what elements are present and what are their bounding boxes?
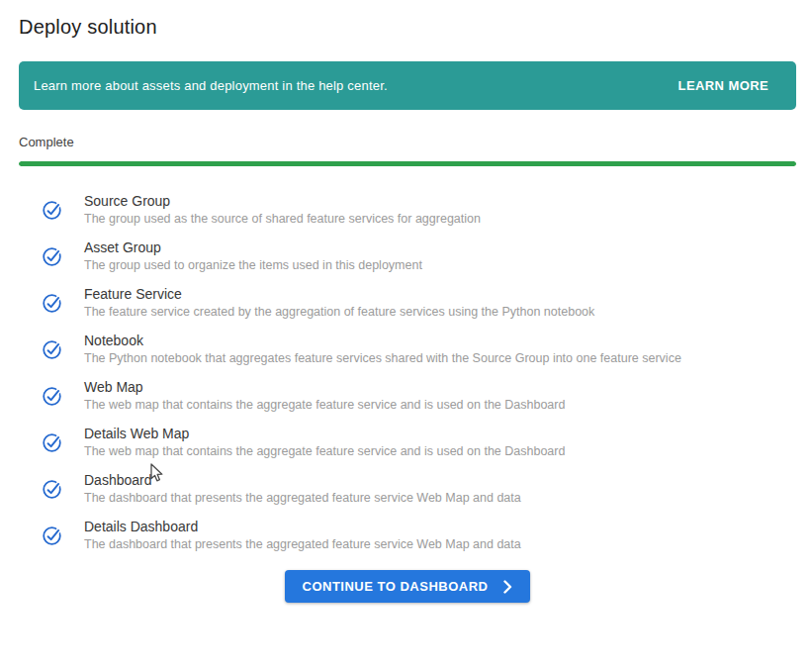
deployment-item-description: The dashboard that presents the aggregat… bbox=[84, 490, 521, 507]
check-circle-icon bbox=[42, 386, 62, 407]
deployment-item-description: The web map that contains the aggregate … bbox=[84, 397, 565, 414]
deployment-item: Source Group The group used as the sourc… bbox=[19, 192, 796, 228]
continue-button-label: CONTINUE TO DASHBOARD bbox=[303, 579, 489, 594]
deployment-item-title: Asset Group bbox=[84, 239, 422, 256]
deployment-item-text: Details Dashboard The dashboard that pre… bbox=[84, 518, 521, 553]
footer-actions: CONTINUE TO DASHBOARD bbox=[19, 570, 796, 603]
deployment-item-title: Notebook bbox=[84, 332, 681, 349]
check-circle-icon bbox=[42, 200, 62, 221]
deployment-item-text: Asset Group The group used to organize t… bbox=[84, 239, 422, 274]
check-circle-icon bbox=[42, 246, 62, 267]
deploy-solution-page: Deploy solution Learn more about assets … bbox=[0, 0, 812, 668]
progress-bar-fill bbox=[19, 161, 796, 166]
deployment-item-description: The feature service created by the aggre… bbox=[84, 304, 594, 321]
learn-more-button[interactable]: LEARN MORE bbox=[678, 78, 768, 93]
deployment-item: Asset Group The group used to organize t… bbox=[19, 239, 796, 274]
deployment-item-title: Dashboard bbox=[84, 471, 521, 489]
check-circle-icon bbox=[42, 293, 62, 314]
deployment-item: Web Map The web map that contains the ag… bbox=[19, 378, 796, 414]
check-circle-icon bbox=[42, 525, 62, 546]
check-circle-icon bbox=[42, 432, 62, 453]
deployment-item-description: The Python notebook that aggregates feat… bbox=[84, 350, 681, 367]
deployment-item-title: Details Web Map bbox=[84, 425, 565, 442]
deployment-item-text: Feature Service The feature service crea… bbox=[84, 285, 594, 321]
deployment-item-title: Source Group bbox=[84, 192, 481, 210]
deployment-item-description: The web map that contains the aggregate … bbox=[84, 443, 565, 460]
deployment-item: Details Dashboard The dashboard that pre… bbox=[19, 518, 796, 553]
deployment-item-list: Source Group The group used as the sourc… bbox=[19, 192, 796, 553]
deployment-item: Dashboard The dashboard that presents th… bbox=[19, 471, 796, 507]
progress-status-label: Complete bbox=[19, 135, 796, 149]
deployment-item: Notebook The Python notebook that aggreg… bbox=[19, 332, 796, 367]
deployment-item-text: Details Web Map The web map that contain… bbox=[84, 425, 565, 460]
help-banner-message: Learn more about assets and deployment i… bbox=[34, 78, 388, 93]
deployment-item-text: Dashboard The dashboard that presents th… bbox=[84, 471, 521, 507]
chevron-right-icon bbox=[503, 580, 512, 594]
deployment-item-text: Web Map The web map that contains the ag… bbox=[84, 378, 565, 414]
deployment-item: Details Web Map The web map that contain… bbox=[19, 425, 796, 460]
deployment-item-description: The dashboard that presents the aggregat… bbox=[84, 536, 521, 553]
help-banner: Learn more about assets and deployment i… bbox=[19, 61, 796, 110]
deployment-item: Feature Service The feature service crea… bbox=[19, 285, 796, 321]
deployment-item-description: The group used as the source of shared f… bbox=[84, 211, 481, 228]
continue-to-dashboard-button[interactable]: CONTINUE TO DASHBOARD bbox=[285, 570, 531, 603]
deployment-item-title: Web Map bbox=[84, 378, 565, 396]
check-circle-icon bbox=[42, 339, 62, 360]
deployment-item-title: Feature Service bbox=[84, 285, 594, 303]
page-title: Deploy solution bbox=[19, 16, 796, 39]
deployment-item-description: The group used to organize the items use… bbox=[84, 257, 422, 274]
deployment-item-text: Source Group The group used as the sourc… bbox=[84, 192, 481, 228]
check-circle-icon bbox=[42, 479, 62, 500]
deployment-item-text: Notebook The Python notebook that aggreg… bbox=[84, 332, 681, 367]
progress-bar bbox=[19, 161, 796, 166]
deployment-item-title: Details Dashboard bbox=[84, 518, 521, 535]
